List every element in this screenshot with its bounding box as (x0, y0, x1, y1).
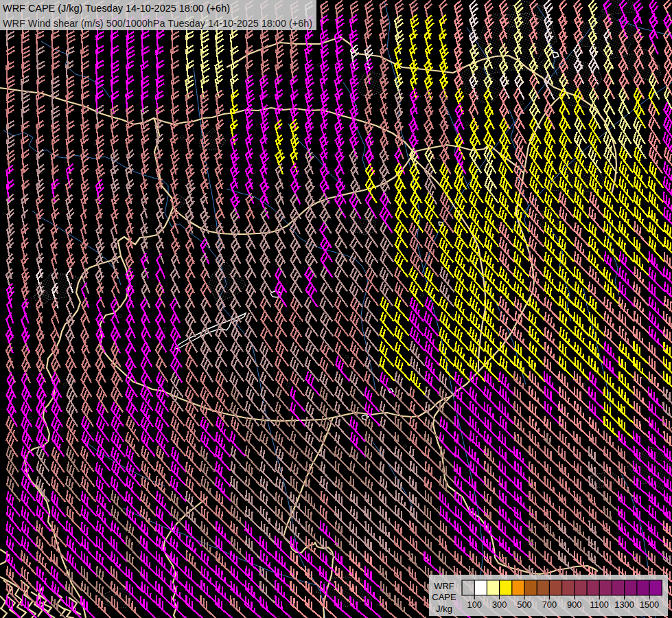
svg-text:1300: 1300 (614, 599, 634, 610)
svg-text:WRF: WRF (434, 581, 454, 591)
svg-text:CAPE: CAPE (432, 592, 456, 602)
svg-text:300: 300 (492, 599, 507, 610)
svg-text:WRF Wind shear (m/s) 500/1000h: WRF Wind shear (m/s) 500/1000hPa Tuesday… (3, 18, 312, 29)
svg-text:900: 900 (567, 599, 581, 610)
svg-text:100: 100 (467, 599, 482, 610)
svg-text:1500: 1500 (640, 599, 659, 610)
svg-text:500: 500 (517, 599, 531, 610)
svg-text:700: 700 (542, 599, 557, 610)
svg-text:1100: 1100 (590, 599, 609, 610)
svg-text:J/kg: J/kg (436, 604, 452, 614)
svg-text:WRF CAPE (J/kg) Tuesday 14-10-: WRF CAPE (J/kg) Tuesday 14-10-2025 18:00… (3, 3, 230, 14)
